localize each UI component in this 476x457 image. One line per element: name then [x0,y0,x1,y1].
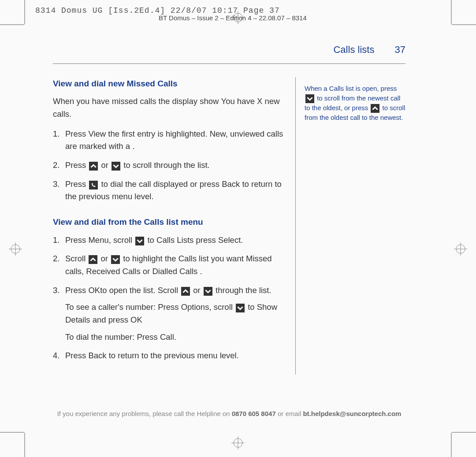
chevron-up-icon [89,162,98,171]
crop-mark [24,0,25,24]
steps-list-2: 1. Press Menu, scroll to Calls Lists pre… [53,234,286,362]
footer: If you experience any problems, please c… [53,410,405,417]
registration-mark-top [231,11,245,24]
horizontal-rule [53,63,405,64]
page-number: 37 [395,44,405,55]
list-subitem: To see a caller's number: Press Options,… [65,301,286,326]
chevron-down-icon [305,94,314,103]
helpline-number: 0870 605 8047 [232,410,276,417]
crop-mark [452,432,476,433]
page-header: Calls lists 37 [53,44,405,56]
list-item: 2. Press or to scroll through the list. [53,159,286,172]
page-content: Calls lists 37 View and dial new Missed … [53,44,405,375]
crop-mark [0,24,24,25]
section-title: Calls lists [333,44,374,55]
side-column: When a Calls list is open, press to scro… [296,77,405,375]
crop-mark [451,433,452,457]
list-item: 3. Press OKto open the list. Scroll or t… [53,284,286,344]
chevron-down-icon [112,162,120,171]
list-item: 2. Scroll or to highlight the Calls list… [53,253,286,278]
crop-mark [24,433,25,457]
intro-paragraph: When you have missed calls the display s… [53,95,286,120]
chevron-down-icon [135,237,144,245]
chevron-down-icon [236,304,245,312]
registration-mark-bottom [231,436,245,450]
side-note: When a Calls list is open, press to scro… [305,84,405,123]
list-item: 3. Press to dial the call displayed or p… [53,178,286,203]
crop-mark [451,0,452,24]
chevron-down-icon [204,287,212,296]
chevron-up-icon [89,255,97,264]
main-column: View and dial new Missed Calls When you … [53,77,296,375]
crop-mark [452,24,476,25]
list-item: 4. Press Back to return to the previous … [53,349,286,362]
list-item: 1. Press Menu, scroll to Calls Lists pre… [53,234,286,247]
chevron-up-icon [181,287,190,296]
heading-calls-list-menu: View and dial from the Calls list menu [53,215,286,228]
chevron-down-icon [111,255,120,264]
chevron-up-icon [371,104,379,113]
list-subitem: To dial the number: Press Call. [65,331,286,344]
crop-mark [0,432,24,433]
heading-missed-calls: View and dial new Missed Calls [53,77,286,90]
steps-list-1: 1. Press View the first entry is highlig… [53,128,286,203]
phone-icon [89,181,98,189]
list-item: 1. Press View the first entry is highlig… [53,128,286,153]
registration-mark-left [9,242,22,256]
helpline-email: bt.helpdesk@suncorptech.com [303,410,401,417]
registration-mark-right [454,242,467,256]
